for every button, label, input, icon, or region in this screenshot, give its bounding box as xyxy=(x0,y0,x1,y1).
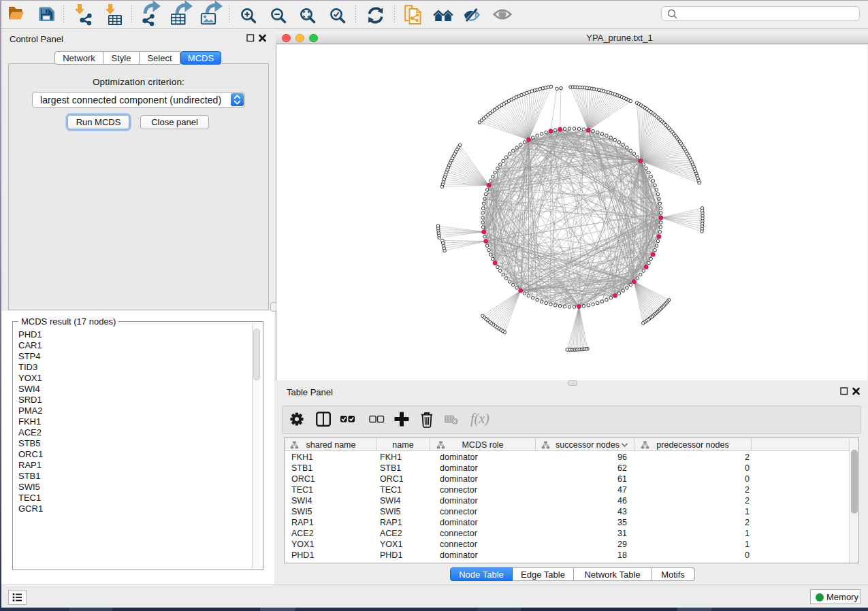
svg-text:f(x): f(x) xyxy=(470,411,489,427)
